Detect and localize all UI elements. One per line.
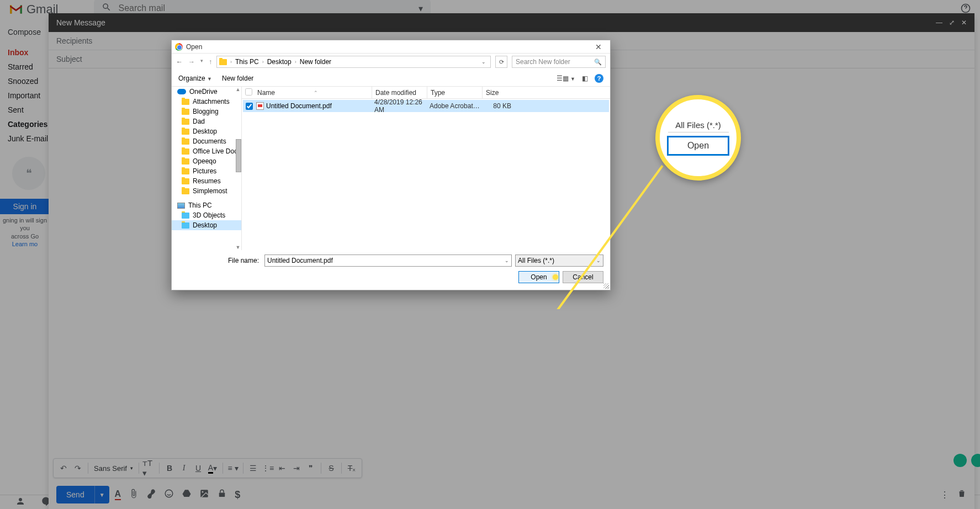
tree-office[interactable]: Office Live Docu — [172, 146, 241, 156]
folder-icon — [182, 222, 189, 229]
dialog-titlebar[interactable]: Open ✕ — [172, 40, 610, 54]
nav-forward-icon[interactable]: → — [188, 58, 195, 66]
folder-icon — [182, 99, 189, 105]
folder-icon — [182, 178, 189, 184]
dialog-close-icon[interactable]: ✕ — [590, 43, 607, 51]
onedrive-icon — [177, 89, 186, 94]
dialog-title: Open — [186, 43, 202, 51]
tree-simplemost[interactable]: Simplemost — [172, 186, 241, 196]
nav-recent-icon[interactable]: ▾ — [200, 58, 203, 66]
filename-label: File name: — [178, 257, 261, 264]
preview-pane-icon[interactable]: ◧ — [582, 75, 588, 82]
file-open-dialog: Open ✕ ← → ▾ ↑ › This PC › Desktop › New… — [171, 40, 611, 290]
file-list: Name⌃ Date modified Type Size Untitled D… — [242, 87, 610, 250]
tree-dad[interactable]: Dad — [172, 116, 241, 126]
tree-onedrive[interactable]: OneDrive — [172, 87, 241, 97]
filename-input[interactable]: Untitled Document.pdf⌄ — [264, 254, 512, 267]
folder-tree[interactable]: ▲ OneDrive Attachments Blogging Dad Desk… — [172, 87, 242, 250]
file-type-filter[interactable]: All Files (*.*)⌄ — [515, 254, 603, 267]
dialog-navbar: ← → ▾ ↑ › This PC › Desktop › New folder… — [172, 54, 610, 70]
tree-thispc[interactable]: This PC — [172, 200, 241, 210]
list-header[interactable]: Name⌃ Date modified Type Size — [242, 87, 610, 99]
folder-icon — [182, 139, 189, 145]
callout-open-button: Open — [667, 136, 729, 156]
folder-icon — [182, 188, 189, 194]
folder-icon — [182, 109, 189, 115]
callout-filter-text: All Files (*.*) — [668, 120, 729, 132]
chrome-icon — [175, 43, 183, 51]
folder-icon — [182, 149, 189, 155]
tree-blogging[interactable]: Blogging — [172, 107, 241, 116]
folder-icon — [182, 129, 189, 135]
breadcrumb-dropdown[interactable]: ⌄ — [479, 59, 488, 65]
folder-icon — [182, 119, 189, 125]
tree-resumes[interactable]: Resumes — [172, 176, 241, 186]
folder-icon — [182, 168, 189, 174]
dialog-search[interactable]: Search New folder 🔍 — [512, 56, 606, 68]
nav-back-icon[interactable]: ← — [176, 58, 183, 66]
refresh-icon[interactable]: ⟳ — [495, 56, 507, 68]
tree-pictures[interactable]: Pictures — [172, 166, 241, 176]
pc-icon — [177, 203, 185, 209]
new-folder-button[interactable]: New folder — [222, 75, 253, 82]
nav-up-icon[interactable]: ↑ — [209, 58, 212, 66]
file-row[interactable]: Untitled Document.pdf 4/28/2019 12:26 AM… — [243, 100, 609, 112]
tree-desktop[interactable]: Desktop — [172, 126, 241, 136]
select-all-checkbox[interactable] — [245, 88, 252, 96]
tree-desktop-pc[interactable]: Desktop — [172, 220, 241, 230]
cancel-button[interactable]: Cancel — [563, 271, 603, 283]
callout-magnifier: All Files (*.*) Open — [655, 95, 741, 181]
search-icon: 🔍 — [594, 59, 602, 66]
pdf-icon — [256, 102, 264, 110]
view-icon[interactable]: ☰▦ ▼ — [557, 75, 575, 82]
folder-icon — [182, 158, 189, 165]
tree-opeeqo[interactable]: Opeeqo — [172, 156, 241, 166]
open-button[interactable]: Open — [518, 271, 559, 283]
folder-icon — [182, 213, 189, 219]
dialog-help-icon[interactable]: ? — [595, 74, 603, 83]
dialog-toolbar: Organize ▼ New folder ☰▦ ▼ ◧ ? — [172, 70, 610, 87]
tree-scrollbar-thumb[interactable] — [236, 139, 241, 172]
organize-menu[interactable]: Organize ▼ — [178, 75, 212, 82]
tree-3dobjects[interactable]: 3D Objects — [172, 210, 241, 220]
folder-icon — [219, 59, 227, 65]
resize-grip[interactable] — [603, 283, 609, 289]
breadcrumb[interactable]: › This PC › Desktop › New folder ⌄ — [216, 56, 491, 68]
tree-documents[interactable]: Documents — [172, 136, 241, 146]
tree-attachments[interactable]: Attachments — [172, 97, 241, 107]
file-checkbox[interactable] — [246, 103, 253, 110]
